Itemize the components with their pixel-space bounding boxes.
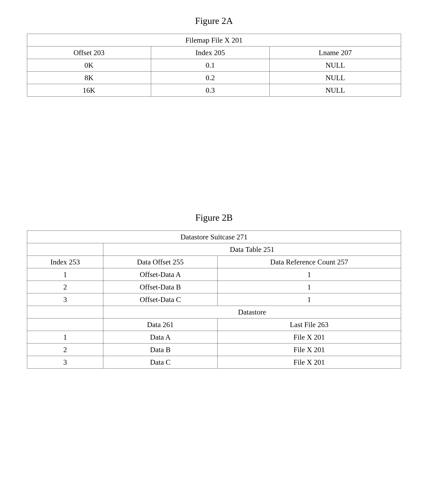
- datastore-section-caption: Datastore: [103, 306, 401, 318]
- cell-offset: 16K: [27, 84, 151, 97]
- table-row: 3 Data C File X 201: [27, 356, 401, 369]
- header-last-file: Last File 263: [217, 318, 401, 331]
- filemap-table: Filemap File X 201 Offset 203 Index 205 …: [27, 34, 401, 97]
- cell-index: 0.2: [151, 72, 270, 84]
- cell-index: 2: [27, 343, 103, 356]
- cell-data-ref-count: 1: [217, 281, 401, 293]
- cell-data: Data A: [103, 331, 218, 343]
- cell-index: 3: [27, 356, 103, 369]
- table-row: 16K 0.3 NULL: [27, 84, 401, 97]
- header-data-offset: Data Offset 255: [103, 256, 218, 268]
- cell-index: 1: [27, 331, 103, 343]
- table-row: 2 Offset-Data B 1: [27, 281, 401, 293]
- cell-offset: 8K: [27, 72, 151, 84]
- cell-data: Data C: [103, 356, 218, 369]
- header-index: Index 253: [27, 256, 103, 268]
- table-row: 1 Offset-Data A 1: [27, 268, 401, 281]
- table-row: 3 Offset-Data C 1: [27, 293, 401, 306]
- empty-cell: [27, 306, 103, 318]
- cell-index: 0.3: [151, 84, 270, 97]
- table-row: Filemap File X 201: [27, 34, 401, 46]
- data-table-caption: Data Table 251: [103, 243, 401, 256]
- cell-data-ref-count: 1: [217, 268, 401, 281]
- cell-last-file: File X 201: [217, 331, 401, 343]
- header-index: Index 205: [151, 46, 270, 59]
- cell-last-file: File X 201: [217, 343, 401, 356]
- filemap-caption: Filemap File X 201: [27, 34, 401, 46]
- cell-data-offset: Offset-Data A: [103, 268, 218, 281]
- cell-offset: 0K: [27, 59, 151, 72]
- cell-data-offset: Offset-Data B: [103, 281, 218, 293]
- cell-index: 1: [27, 268, 103, 281]
- figure-2a-title: Figure 2A: [27, 16, 401, 26]
- cell-data-offset: Offset-Data C: [103, 293, 218, 306]
- cell-lname: NULL: [270, 59, 401, 72]
- header-data: Data 261: [103, 318, 218, 331]
- table-row: Data Table 251: [27, 243, 401, 256]
- header-offset: Offset 203: [27, 46, 151, 59]
- cell-index: 3: [27, 293, 103, 306]
- table-row: 0K 0.1 NULL: [27, 59, 401, 72]
- cell-index: 0.1: [151, 59, 270, 72]
- cell-last-file: File X 201: [217, 356, 401, 369]
- empty-cell: [27, 318, 103, 331]
- header-data-ref-count: Data Reference Count 257: [217, 256, 401, 268]
- table-row: Datastore Suitcase 271: [27, 231, 401, 243]
- table-row: 1 Data A File X 201: [27, 331, 401, 343]
- table-row: Index 253 Data Offset 255 Data Reference…: [27, 256, 401, 268]
- table-row: Datastore: [27, 306, 401, 318]
- header-lname: Lname 207: [270, 46, 401, 59]
- table-row: Data 261 Last File 263: [27, 318, 401, 331]
- cell-data: Data B: [103, 343, 218, 356]
- empty-cell: [27, 243, 103, 256]
- cell-lname: NULL: [270, 84, 401, 97]
- cell-lname: NULL: [270, 72, 401, 84]
- table-row: Offset 203 Index 205 Lname 207: [27, 46, 401, 59]
- datastore-caption: Datastore Suitcase 271: [27, 231, 401, 243]
- cell-data-ref-count: 1: [217, 293, 401, 306]
- cell-index: 2: [27, 281, 103, 293]
- figure-2b-title: Figure 2B: [27, 212, 401, 223]
- table-row: 2 Data B File X 201: [27, 343, 401, 356]
- datastore-table: Datastore Suitcase 271 Data Table 251 In…: [27, 231, 401, 369]
- table-row: 8K 0.2 NULL: [27, 72, 401, 84]
